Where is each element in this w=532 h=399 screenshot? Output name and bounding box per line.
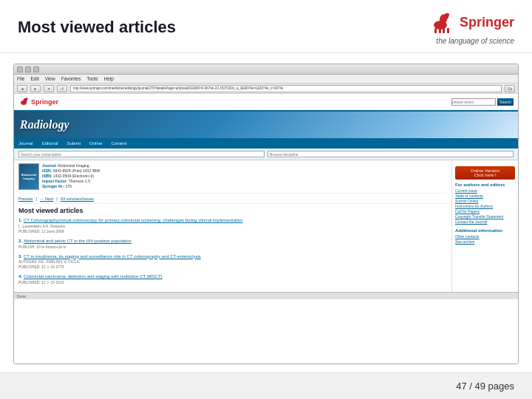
menu-file[interactable]: File	[17, 76, 24, 81]
article-meta: PUBLISHED: 12 ≻ 15 2015	[18, 280, 447, 285]
list-item: 2. Abdominal and pelvic CT in the HIV-po…	[18, 238, 447, 250]
svg-rect-4	[439, 28, 441, 33]
for-authors-section: For authors and editors Current issue Ta…	[455, 183, 515, 225]
impact-detail: Impact Factor: Thomson 1.5	[42, 179, 100, 184]
search-row	[14, 149, 518, 160]
browser-toolbar: ◄ ► ✕ ↺ http://www.springer.com/medicine…	[14, 83, 518, 94]
site-search-area: Search	[451, 98, 514, 106]
browser-statusbar: Done	[14, 292, 518, 299]
springer-brand-name: Springer	[460, 15, 514, 30]
contact-journal-link[interactable]: Contact the Journal	[455, 219, 515, 225]
go-button[interactable]: Go	[505, 85, 515, 92]
site-search-input[interactable]	[451, 98, 496, 106]
site-springer-name: Springer	[31, 98, 58, 106]
left-content: Abdominal Imaging Journal: Abdominal Ima…	[14, 160, 451, 292]
journal-title: Radiology	[20, 118, 69, 132]
article-meta: L. Lauenstein, A.K. Reasons	[18, 224, 447, 229]
online-version-button[interactable]: Online VersionClick here !	[455, 166, 515, 180]
browser-minimize-btn[interactable]	[17, 66, 23, 72]
browser-maximize-btn[interactable]	[25, 66, 31, 72]
nav-submit[interactable]: Submit	[66, 141, 81, 146]
additional-info-title: Additional information	[455, 228, 515, 233]
book-cover-image: Abdominal Imaging	[18, 163, 39, 190]
article-title[interactable]: Colorectal carcinoma: detection and stag…	[24, 274, 163, 279]
article-meta: AUTHORS: P.E. PUBLISH, V. CICLIC	[18, 259, 447, 265]
article-number: 1.	[18, 218, 22, 222]
stop-button[interactable]: ✕	[44, 85, 54, 92]
additional-info-section: Additional information Other contacts Se…	[455, 228, 515, 245]
table-of-contents-link[interactable]: Table of contents	[455, 194, 515, 199]
site-navigation: Journal Editorial Submit Online Content	[14, 138, 518, 149]
browse-discipline-input[interactable]	[267, 151, 514, 157]
article-title[interactable]: CT in insulinoma: its staging and survei…	[24, 254, 201, 259]
book-details: Journal: Abdominal Imaging ISSN: 0942-89…	[42, 163, 100, 190]
nav-online[interactable]: Online	[89, 141, 102, 146]
article-number: 3.	[18, 254, 22, 259]
forward-button[interactable]: ►	[30, 85, 41, 92]
submit-online-link[interactable]: Submit Online	[455, 199, 515, 204]
article-number: 2.	[18, 239, 22, 243]
svg-point-7	[446, 13, 449, 17]
status-text: Done	[17, 294, 26, 299]
springer-tagline: the language of science	[436, 37, 514, 45]
right-sidebar: Online VersionClick here ! For authors a…	[451, 160, 518, 292]
article-title[interactable]: Abdominal and pelvic CT in the HIV-posit…	[24, 239, 132, 243]
see-archive-link[interactable]: See archive	[455, 239, 515, 245]
site-logo: Springer	[18, 97, 58, 107]
browser-menubar: File Edit View Favorites Tools Help	[14, 75, 518, 83]
pagination-text-label: 47 / 49 pages	[456, 381, 514, 392]
menu-view[interactable]: View	[45, 76, 55, 81]
call-for-papers-link[interactable]: Call for Papers	[455, 209, 515, 214]
springer-logo: Springer the language of science	[427, 9, 514, 45]
subscription-search-input[interactable]	[18, 151, 265, 157]
main-content: File Edit View Favorites Tools Help ◄ ► …	[0, 53, 532, 375]
refresh-button[interactable]: ↺	[57, 85, 67, 92]
browser-frame: File Edit View Favorites Tools Help ◄ ► …	[13, 64, 519, 364]
menu-help[interactable]: Help	[104, 76, 114, 81]
all-volumes-link[interactable]: All volumes/issues	[61, 197, 94, 201]
page-title: Most viewed articles	[18, 18, 176, 37]
other-contacts-link[interactable]: Other contacts	[455, 234, 515, 239]
address-bar[interactable]: http://www.springer.com/medicine/radiolo…	[70, 85, 502, 92]
nav-separator-1: |	[36, 197, 37, 201]
nav-content[interactable]: Content	[111, 141, 126, 146]
copyright-link[interactable]: Copyright Transfer Statement	[455, 214, 515, 219]
journal-name-detail: Journal: Abdominal Imaging	[42, 163, 100, 168]
issn-electronic: ISBN: 1432-0509 (Electronic-9)	[42, 174, 100, 179]
list-item: 3. CT in insulinoma: its staging and sur…	[18, 253, 447, 270]
menu-tools[interactable]: Tools	[86, 76, 98, 81]
nav-separator-2: |	[56, 197, 57, 201]
svg-rect-5	[443, 28, 445, 33]
article-published: PUBLISHED: 12 June 2009	[18, 229, 447, 234]
back-button[interactable]: ◄	[17, 85, 27, 92]
article-published: PUBLISHED: 12 ≻ 16 2775	[18, 265, 447, 270]
browser-content: Springer Search Radiology Journal Editor…	[14, 94, 518, 364]
article-title[interactable]: CT Colonography/virtual colonoscopy for …	[24, 218, 243, 222]
nav-editorial[interactable]: Editorial	[42, 141, 58, 146]
springer-horse-icon	[427, 9, 454, 35]
site-search-button[interactable]: Search	[497, 98, 514, 106]
menu-favorites[interactable]: Favorites	[61, 76, 81, 81]
instructions-link[interactable]: Instructions for Authors	[455, 204, 515, 209]
preview-link[interactable]: Preview	[18, 197, 33, 201]
svg-point-11	[26, 98, 28, 100]
article-meta: PUBLISH: 10 In Anson-Lib In	[18, 245, 447, 250]
nav-journal[interactable]: Journal	[18, 141, 33, 146]
previous-page-link[interactable]: ← Next	[40, 197, 53, 201]
menu-edit[interactable]: Edit	[30, 76, 38, 81]
mva-section-title: Most viewed articles	[18, 207, 447, 214]
list-item: 4. Colorectal carcinoma: detection and s…	[18, 273, 447, 285]
book-info-row: Abdominal Imaging Journal: Abdominal Ima…	[18, 163, 447, 194]
page-navigation: Preview | ← Next | All volumes/issues	[18, 197, 447, 204]
browser-close-btn[interactable]	[33, 66, 39, 72]
springer-nr: Springer Nr.: 276	[42, 184, 100, 189]
page-header: Most viewed articles Springer the langua…	[0, 0, 532, 53]
site-springer-horse-icon	[18, 97, 29, 107]
svg-rect-3	[434, 28, 437, 33]
browser-titlebar	[14, 64, 518, 75]
for-authors-title: For authors and editors	[455, 183, 515, 187]
current-issue-link[interactable]: Current issue	[455, 188, 515, 194]
svg-rect-6	[447, 28, 449, 33]
site-header: Springer Search	[14, 94, 518, 112]
issn-print: ISSN: 0942-8925 (Print) 1432 3BW	[42, 168, 100, 174]
